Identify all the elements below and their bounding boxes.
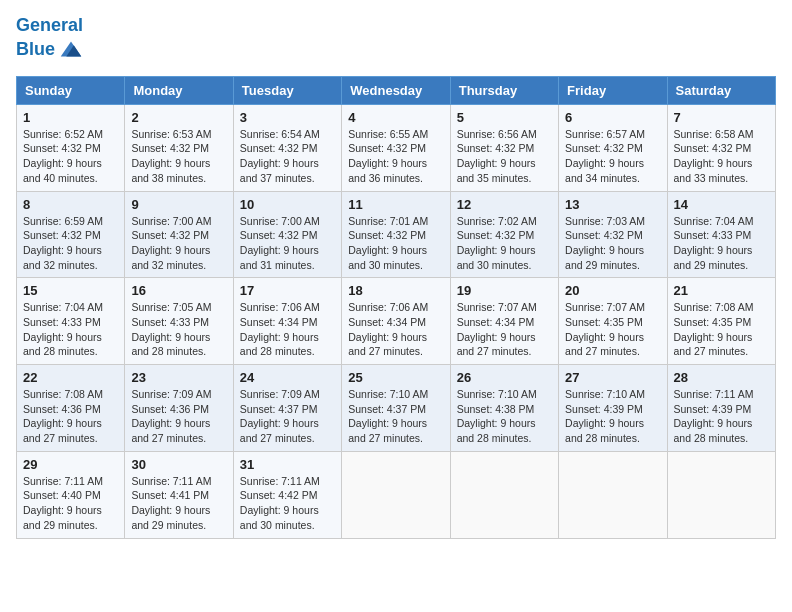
day-number: 8 xyxy=(23,197,118,212)
day-cell-11: 11 Sunrise: 7:01 AMSunset: 4:32 PMDaylig… xyxy=(342,191,450,278)
day-number: 2 xyxy=(131,110,226,125)
day-number: 24 xyxy=(240,370,335,385)
calendar-week-1: 1 Sunrise: 6:52 AMSunset: 4:32 PMDayligh… xyxy=(17,104,776,191)
calendar-header: SundayMondayTuesdayWednesdayThursdayFrid… xyxy=(17,76,776,104)
day-info: Sunrise: 7:11 AMSunset: 4:41 PMDaylight:… xyxy=(131,475,211,531)
day-cell-29: 29 Sunrise: 7:11 AMSunset: 4:40 PMDaylig… xyxy=(17,451,125,538)
day-cell-7: 7 Sunrise: 6:58 AMSunset: 4:32 PMDayligh… xyxy=(667,104,775,191)
day-info: Sunrise: 6:57 AMSunset: 4:32 PMDaylight:… xyxy=(565,128,645,184)
logo-icon xyxy=(57,36,85,64)
calendar-week-4: 22 Sunrise: 7:08 AMSunset: 4:36 PMDaylig… xyxy=(17,365,776,452)
empty-cell xyxy=(450,451,558,538)
day-cell-18: 18 Sunrise: 7:06 AMSunset: 4:34 PMDaylig… xyxy=(342,278,450,365)
day-number: 11 xyxy=(348,197,443,212)
day-cell-27: 27 Sunrise: 7:10 AMSunset: 4:39 PMDaylig… xyxy=(559,365,667,452)
weekday-header-friday: Friday xyxy=(559,76,667,104)
day-cell-8: 8 Sunrise: 6:59 AMSunset: 4:32 PMDayligh… xyxy=(17,191,125,278)
day-cell-22: 22 Sunrise: 7:08 AMSunset: 4:36 PMDaylig… xyxy=(17,365,125,452)
calendar-table: SundayMondayTuesdayWednesdayThursdayFrid… xyxy=(16,76,776,539)
page-header: General Blue xyxy=(16,16,776,64)
calendar-week-5: 29 Sunrise: 7:11 AMSunset: 4:40 PMDaylig… xyxy=(17,451,776,538)
day-number: 12 xyxy=(457,197,552,212)
day-info: Sunrise: 6:56 AMSunset: 4:32 PMDaylight:… xyxy=(457,128,537,184)
day-cell-24: 24 Sunrise: 7:09 AMSunset: 4:37 PMDaylig… xyxy=(233,365,341,452)
day-number: 25 xyxy=(348,370,443,385)
day-info: Sunrise: 7:11 AMSunset: 4:40 PMDaylight:… xyxy=(23,475,103,531)
day-info: Sunrise: 6:55 AMSunset: 4:32 PMDaylight:… xyxy=(348,128,428,184)
day-info: Sunrise: 6:58 AMSunset: 4:32 PMDaylight:… xyxy=(674,128,754,184)
day-number: 7 xyxy=(674,110,769,125)
day-info: Sunrise: 7:02 AMSunset: 4:32 PMDaylight:… xyxy=(457,215,537,271)
day-cell-13: 13 Sunrise: 7:03 AMSunset: 4:32 PMDaylig… xyxy=(559,191,667,278)
day-number: 18 xyxy=(348,283,443,298)
day-info: Sunrise: 7:08 AMSunset: 4:35 PMDaylight:… xyxy=(674,301,754,357)
day-number: 22 xyxy=(23,370,118,385)
day-info: Sunrise: 7:01 AMSunset: 4:32 PMDaylight:… xyxy=(348,215,428,271)
day-number: 16 xyxy=(131,283,226,298)
day-info: Sunrise: 7:08 AMSunset: 4:36 PMDaylight:… xyxy=(23,388,103,444)
weekday-header-thursday: Thursday xyxy=(450,76,558,104)
day-number: 4 xyxy=(348,110,443,125)
day-number: 15 xyxy=(23,283,118,298)
day-cell-3: 3 Sunrise: 6:54 AMSunset: 4:32 PMDayligh… xyxy=(233,104,341,191)
day-cell-12: 12 Sunrise: 7:02 AMSunset: 4:32 PMDaylig… xyxy=(450,191,558,278)
weekday-header-sunday: Sunday xyxy=(17,76,125,104)
day-cell-6: 6 Sunrise: 6:57 AMSunset: 4:32 PMDayligh… xyxy=(559,104,667,191)
day-info: Sunrise: 6:53 AMSunset: 4:32 PMDaylight:… xyxy=(131,128,211,184)
day-info: Sunrise: 6:59 AMSunset: 4:32 PMDaylight:… xyxy=(23,215,103,271)
day-cell-21: 21 Sunrise: 7:08 AMSunset: 4:35 PMDaylig… xyxy=(667,278,775,365)
day-info: Sunrise: 7:07 AMSunset: 4:35 PMDaylight:… xyxy=(565,301,645,357)
day-info: Sunrise: 7:09 AMSunset: 4:37 PMDaylight:… xyxy=(240,388,320,444)
day-cell-16: 16 Sunrise: 7:05 AMSunset: 4:33 PMDaylig… xyxy=(125,278,233,365)
weekday-header-tuesday: Tuesday xyxy=(233,76,341,104)
day-cell-10: 10 Sunrise: 7:00 AMSunset: 4:32 PMDaylig… xyxy=(233,191,341,278)
logo-general: General xyxy=(16,15,83,35)
day-number: 10 xyxy=(240,197,335,212)
day-number: 29 xyxy=(23,457,118,472)
day-cell-9: 9 Sunrise: 7:00 AMSunset: 4:32 PMDayligh… xyxy=(125,191,233,278)
day-cell-2: 2 Sunrise: 6:53 AMSunset: 4:32 PMDayligh… xyxy=(125,104,233,191)
logo: General Blue xyxy=(16,16,85,64)
day-cell-15: 15 Sunrise: 7:04 AMSunset: 4:33 PMDaylig… xyxy=(17,278,125,365)
day-cell-31: 31 Sunrise: 7:11 AMSunset: 4:42 PMDaylig… xyxy=(233,451,341,538)
day-number: 1 xyxy=(23,110,118,125)
day-info: Sunrise: 7:00 AMSunset: 4:32 PMDaylight:… xyxy=(240,215,320,271)
day-number: 20 xyxy=(565,283,660,298)
empty-cell xyxy=(559,451,667,538)
day-info: Sunrise: 7:04 AMSunset: 4:33 PMDaylight:… xyxy=(23,301,103,357)
day-cell-5: 5 Sunrise: 6:56 AMSunset: 4:32 PMDayligh… xyxy=(450,104,558,191)
day-info: Sunrise: 7:00 AMSunset: 4:32 PMDaylight:… xyxy=(131,215,211,271)
weekday-header-monday: Monday xyxy=(125,76,233,104)
day-number: 13 xyxy=(565,197,660,212)
day-info: Sunrise: 7:05 AMSunset: 4:33 PMDaylight:… xyxy=(131,301,211,357)
day-number: 23 xyxy=(131,370,226,385)
day-info: Sunrise: 6:54 AMSunset: 4:32 PMDaylight:… xyxy=(240,128,320,184)
day-info: Sunrise: 7:11 AMSunset: 4:42 PMDaylight:… xyxy=(240,475,320,531)
day-cell-19: 19 Sunrise: 7:07 AMSunset: 4:34 PMDaylig… xyxy=(450,278,558,365)
day-cell-1: 1 Sunrise: 6:52 AMSunset: 4:32 PMDayligh… xyxy=(17,104,125,191)
weekday-header-saturday: Saturday xyxy=(667,76,775,104)
day-number: 17 xyxy=(240,283,335,298)
day-number: 21 xyxy=(674,283,769,298)
day-info: Sunrise: 7:10 AMSunset: 4:39 PMDaylight:… xyxy=(565,388,645,444)
day-number: 14 xyxy=(674,197,769,212)
day-info: Sunrise: 7:06 AMSunset: 4:34 PMDaylight:… xyxy=(240,301,320,357)
calendar-week-3: 15 Sunrise: 7:04 AMSunset: 4:33 PMDaylig… xyxy=(17,278,776,365)
day-info: Sunrise: 7:06 AMSunset: 4:34 PMDaylight:… xyxy=(348,301,428,357)
day-number: 27 xyxy=(565,370,660,385)
day-number: 5 xyxy=(457,110,552,125)
day-info: Sunrise: 6:52 AMSunset: 4:32 PMDaylight:… xyxy=(23,128,103,184)
day-info: Sunrise: 7:11 AMSunset: 4:39 PMDaylight:… xyxy=(674,388,754,444)
day-cell-25: 25 Sunrise: 7:10 AMSunset: 4:37 PMDaylig… xyxy=(342,365,450,452)
day-number: 28 xyxy=(674,370,769,385)
day-cell-30: 30 Sunrise: 7:11 AMSunset: 4:41 PMDaylig… xyxy=(125,451,233,538)
day-cell-20: 20 Sunrise: 7:07 AMSunset: 4:35 PMDaylig… xyxy=(559,278,667,365)
day-cell-28: 28 Sunrise: 7:11 AMSunset: 4:39 PMDaylig… xyxy=(667,365,775,452)
day-cell-14: 14 Sunrise: 7:04 AMSunset: 4:33 PMDaylig… xyxy=(667,191,775,278)
day-cell-26: 26 Sunrise: 7:10 AMSunset: 4:38 PMDaylig… xyxy=(450,365,558,452)
day-info: Sunrise: 7:10 AMSunset: 4:37 PMDaylight:… xyxy=(348,388,428,444)
day-info: Sunrise: 7:10 AMSunset: 4:38 PMDaylight:… xyxy=(457,388,537,444)
weekday-header-wednesday: Wednesday xyxy=(342,76,450,104)
day-info: Sunrise: 7:07 AMSunset: 4:34 PMDaylight:… xyxy=(457,301,537,357)
day-info: Sunrise: 7:03 AMSunset: 4:32 PMDaylight:… xyxy=(565,215,645,271)
